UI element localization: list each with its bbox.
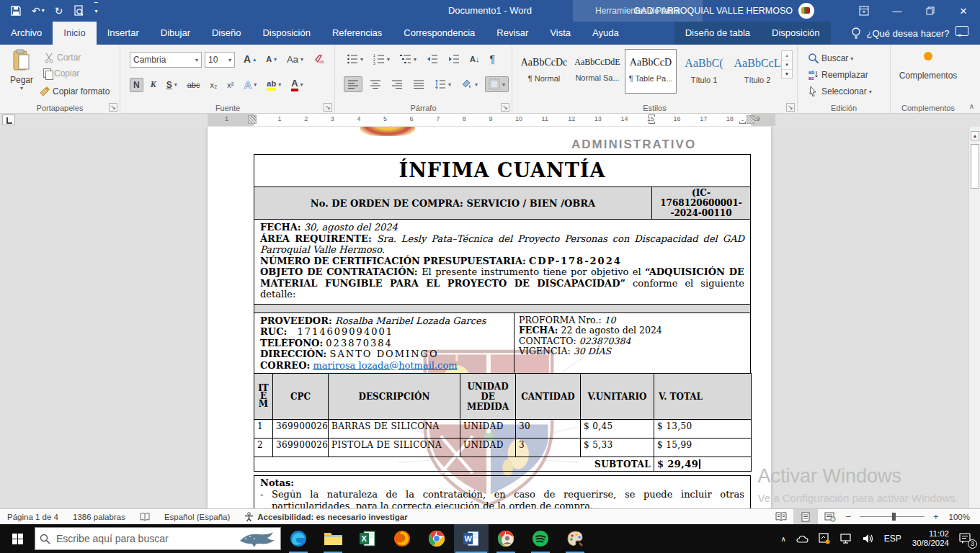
read-mode-button[interactable] xyxy=(769,509,793,524)
styles-more-button[interactable]: ▼ xyxy=(782,69,792,78)
restore-button[interactable] xyxy=(914,0,947,22)
taskbar-paint[interactable] xyxy=(558,524,592,553)
font-color-button[interactable]: A▾ xyxy=(288,76,306,93)
taskbar-file-explorer[interactable] xyxy=(316,524,350,553)
tab-dibujar[interactable]: Dibujar xyxy=(150,22,201,45)
change-case-button[interactable]: Aa▾ xyxy=(284,53,306,66)
document-page[interactable]: ADMINISTRATIVO xyxy=(208,127,771,508)
tab-insertar[interactable]: Insertar xyxy=(97,22,150,45)
left-margin-hatch[interactable] xyxy=(248,115,257,124)
minimize-button[interactable]: — xyxy=(881,0,914,22)
word-count[interactable]: 1386 palabras xyxy=(66,509,133,524)
highlight-button[interactable]: ab▾ xyxy=(264,78,284,92)
addins-button[interactable]: Complementos xyxy=(891,52,966,81)
subscript-button[interactable]: x₂ xyxy=(207,79,220,91)
multilevel-list-button[interactable]: ▾ xyxy=(397,52,419,66)
bullets-button[interactable]: ▾ xyxy=(344,52,366,66)
ribbon-display-options-button[interactable] xyxy=(847,0,881,22)
zoom-in-button[interactable]: + xyxy=(930,511,942,522)
numbering-button[interactable]: 123▾ xyxy=(370,52,393,66)
zoom-slider[interactable] xyxy=(860,516,925,517)
collapse-ribbon-button[interactable]: ∧ xyxy=(969,102,974,110)
styles-scroll-down[interactable]: ▾ xyxy=(782,60,792,69)
taskbar-firefox[interactable] xyxy=(385,524,419,553)
replace-button[interactable]: abac Reemplazar xyxy=(805,68,871,82)
underline-button[interactable]: S▾ xyxy=(164,78,180,91)
share-comments-icon[interactable] xyxy=(956,26,968,36)
grow-font-button[interactable]: A▴ xyxy=(241,52,259,66)
taskbar-excel[interactable]: X xyxy=(350,524,385,553)
sort-button[interactable]: A↓ xyxy=(467,53,482,65)
proofing-status[interactable] xyxy=(133,509,157,524)
style-normal[interactable]: AaBbCcDc ¶ Normal xyxy=(518,49,570,94)
account-avatar[interactable] xyxy=(798,3,814,19)
language-indicator[interactable]: Español (España) xyxy=(157,509,237,524)
accessibility-status[interactable]: Accesibilidad: es necesario investigar xyxy=(237,509,414,524)
style-normal-sa[interactable]: AaBbCcDdE Normal Sa... xyxy=(571,49,623,94)
show-marks-button[interactable]: ¶ xyxy=(487,52,499,66)
right-margin-hatch[interactable] xyxy=(747,115,755,124)
style-titulo-2[interactable]: AaBbCcL Título 2 xyxy=(731,49,783,94)
tab-archivo[interactable]: Archivo xyxy=(0,22,53,45)
taskbar-search[interactable]: Escribe aquí para buscar xyxy=(35,527,281,550)
font-name-combo[interactable]: Cambria▾ xyxy=(130,52,202,68)
tab-correspondencia[interactable]: Correspondencia xyxy=(393,22,486,45)
tab-disposicion-tabla[interactable]: Disposición xyxy=(761,22,830,45)
tray-language[interactable]: ESP xyxy=(879,524,906,553)
tab-selector-button[interactable] xyxy=(2,114,15,125)
cut-button[interactable]: Cortar xyxy=(40,50,84,65)
taskbar-spotify[interactable] xyxy=(523,524,558,553)
tab-revisar[interactable]: Revisar xyxy=(486,22,539,45)
superscript-button[interactable]: x² xyxy=(224,79,236,91)
paragraph-dialog-launcher[interactable]: ↘ xyxy=(501,103,509,112)
tab-diseno-de-tabla[interactable]: Diseño de tabla xyxy=(674,22,761,45)
align-right-button[interactable] xyxy=(388,77,406,91)
tray-network-icon[interactable] xyxy=(835,524,858,553)
paste-button[interactable]: Pegar ▾ xyxy=(7,49,36,91)
borders-button[interactable]: ▾ xyxy=(485,76,509,92)
format-painter-button[interactable]: Copiar formato xyxy=(36,84,112,99)
bold-button[interactable]: N xyxy=(130,78,143,92)
taskbar-word[interactable]: W xyxy=(454,524,489,553)
justify-button[interactable] xyxy=(410,77,427,91)
action-center-button[interactable]: 3 xyxy=(955,524,980,553)
align-center-button[interactable] xyxy=(367,77,384,91)
copy-button[interactable]: Copiar xyxy=(40,67,82,80)
style-titulo-1[interactable]: AaBbC( Título 1 xyxy=(678,49,730,94)
taskbar-edge[interactable] xyxy=(281,524,316,553)
zoom-slider-thumb[interactable] xyxy=(892,513,896,521)
select-button[interactable]: Seleccionar ▾ xyxy=(805,84,875,99)
text-effects-button[interactable]: A▾ xyxy=(241,77,259,92)
web-layout-button[interactable] xyxy=(818,509,842,524)
tray-volume-icon[interactable] xyxy=(858,524,879,553)
account-area[interactable]: GAD PARROQUIAL VALLE HERMOSO xyxy=(633,0,814,22)
clipboard-dialog-launcher[interactable]: ↘ xyxy=(109,103,117,112)
tab-disposicion[interactable]: Disposición xyxy=(251,22,321,45)
style-table-paragraph[interactable]: AaBbCcD ¶ Table Pa... xyxy=(625,49,677,94)
zoom-level[interactable]: 100% xyxy=(942,509,980,524)
italic-button[interactable]: K xyxy=(148,78,159,91)
line-spacing-button[interactable]: ▾ xyxy=(432,77,454,91)
font-size-combo[interactable]: 10▾ xyxy=(205,52,235,68)
tab-referencias[interactable]: Referencias xyxy=(321,22,393,45)
horizontal-ruler[interactable]: 1 12345678910111213141516171819 xyxy=(208,114,775,126)
vertical-scrollbar[interactable]: ▲ xyxy=(968,127,980,508)
tab-vista[interactable]: Vista xyxy=(539,22,582,45)
close-button[interactable]: ✕ xyxy=(947,0,980,22)
increase-indent-button[interactable] xyxy=(445,52,463,66)
shrink-font-button[interactable]: A▾ xyxy=(263,53,280,65)
tab-diseno[interactable]: Diseño xyxy=(201,22,251,45)
tray-onedrive-icon[interactable] xyxy=(791,524,814,553)
tell-me-box[interactable]: ¿Qué desea hacer? xyxy=(851,22,950,45)
shading-button[interactable]: ▾ xyxy=(458,77,481,91)
tray-clock[interactable]: 11:0230/8/2024 xyxy=(906,524,955,553)
align-left-button[interactable] xyxy=(344,76,362,92)
scrollbar-thumb[interactable] xyxy=(971,144,979,189)
font-dialog-launcher[interactable]: ↘ xyxy=(324,103,332,112)
print-layout-button[interactable] xyxy=(793,509,818,524)
decrease-indent-button[interactable] xyxy=(424,52,441,66)
taskbar-chrome[interactable] xyxy=(419,524,454,553)
start-button[interactable] xyxy=(0,524,35,553)
styles-dialog-launcher[interactable]: ↘ xyxy=(786,103,795,112)
clear-formatting-button[interactable] xyxy=(311,52,328,66)
